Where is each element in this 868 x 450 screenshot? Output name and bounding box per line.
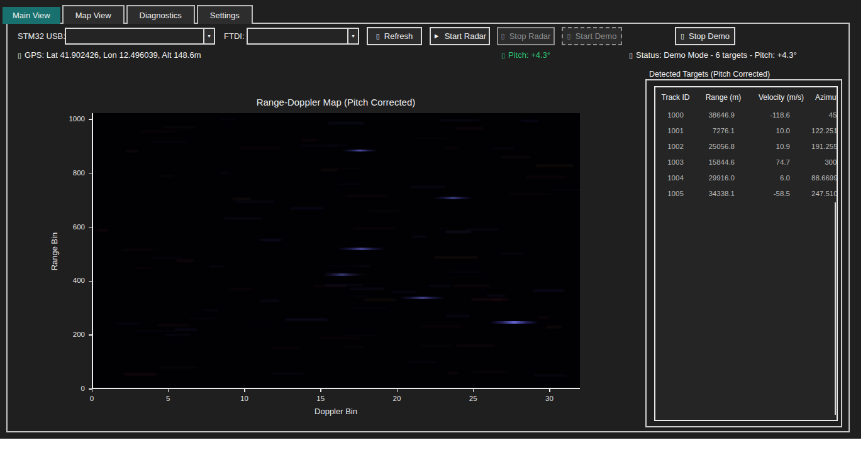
table-scrollbar-thumb[interactable] — [835, 202, 836, 415]
y-tick-label: 1000 — [60, 115, 85, 123]
tab-main-view[interactable]: Main View — [3, 7, 60, 24]
chevron-down-icon[interactable]: ▼ — [347, 29, 358, 43]
pitch-icon: ▯ — [501, 52, 505, 59]
cell-velocity: -118.6 — [751, 111, 811, 119]
cell-velocity: 6.0 — [751, 174, 811, 182]
noise-smudge — [351, 265, 372, 266]
noise-smudge — [348, 274, 366, 276]
chart-title: Range-Doppler Map (Pitch Corrected) — [92, 97, 580, 107]
col-range: Range (m) — [696, 93, 751, 102]
cell-track-id: 1003 — [655, 158, 696, 166]
noise-smudge — [122, 249, 153, 251]
noise-smudge — [150, 141, 188, 143]
tab-settings[interactable]: Settings — [197, 5, 253, 24]
noise-smudge — [157, 324, 190, 326]
noise-smudge — [140, 131, 176, 132]
x-tick — [92, 389, 93, 392]
chevron-down-icon[interactable]: ▼ — [203, 29, 214, 43]
table-body: 100038646.9-118.645°10017276.110.0122.25… — [655, 107, 837, 201]
pitch-indicator: ▯Pitch: +4.3° — [501, 50, 550, 60]
table-row[interactable]: 100315844.674.7300° — [655, 154, 837, 170]
noise-smudge — [367, 211, 401, 212]
x-tick — [549, 389, 550, 392]
y-tick-label: 200 — [60, 331, 85, 338]
noise-smudge — [290, 207, 324, 209]
cell-range: 34338.1 — [696, 190, 751, 197]
noise-smudge — [329, 145, 347, 146]
noise-smudge — [116, 322, 140, 324]
table-header: Track ID Range (m) Velocity (m/s) Azimut… — [655, 87, 837, 107]
cell-azimuth: 300° — [811, 158, 838, 166]
stm32-port-select[interactable]: ▼ — [65, 28, 215, 45]
table-row[interactable]: 10017276.110.0122.2510 — [655, 123, 837, 138]
y-tick-label: 600 — [60, 223, 85, 231]
noise-smudge — [535, 165, 574, 167]
noise-smudge — [445, 315, 470, 317]
noise-smudge — [453, 285, 490, 286]
noise-smudge — [314, 285, 347, 287]
x-tick-label: 20 — [387, 395, 406, 402]
noise-smudge — [189, 318, 217, 319]
noise-smudge — [447, 372, 459, 374]
noise-smudge — [320, 169, 338, 171]
noise-smudge — [471, 371, 506, 372]
noise-smudge — [285, 319, 328, 321]
cell-track-id: 1002 — [655, 143, 696, 150]
noise-smudge — [161, 175, 174, 177]
cell-track-id: 1004 — [655, 174, 696, 182]
gps-icon: ▯ — [18, 52, 21, 59]
y-axis-label: Range Bin — [50, 233, 59, 271]
stop-demo-button[interactable]: ▯Stop Demo — [675, 27, 735, 45]
targets-table: Track ID Range (m) Velocity (m/s) Azimut… — [654, 86, 838, 421]
x-tick — [320, 389, 321, 392]
noise-smudge — [345, 346, 364, 348]
cell-range: 38646.9 — [696, 111, 751, 119]
ftdi-port-select[interactable]: ▼ — [247, 28, 359, 45]
noise-smudge — [338, 184, 362, 185]
pitch-text: Pitch: +4.3° — [508, 50, 550, 60]
noise-smudge — [439, 119, 480, 121]
noise-smudge — [219, 118, 238, 120]
target-streak — [433, 197, 473, 199]
noise-smudge — [471, 299, 509, 300]
cell-velocity: 10.0 — [751, 127, 811, 134]
cell-track-id: 1000 — [655, 111, 696, 119]
x-tick-label: 30 — [540, 395, 559, 402]
start-radar-button[interactable]: ►Start Radar — [430, 27, 490, 45]
noise-smudge — [456, 128, 484, 129]
noise-smudge — [124, 373, 157, 375]
noise-smudge — [439, 228, 450, 229]
noise-smudge — [445, 231, 472, 233]
button-label: Start Radar — [445, 31, 486, 41]
noise-smudge — [350, 307, 389, 309]
tab-map-view[interactable]: Map View — [62, 5, 125, 24]
tab-diagnostics[interactable]: Diagnostics — [126, 5, 195, 24]
table-row[interactable]: 100038646.9-118.645° — [655, 107, 837, 123]
col-track-id: Track ID — [655, 93, 696, 102]
tab-bar: Main ViewMap ViewDiagnosticsSettings — [3, 3, 255, 24]
noise-smudge — [320, 338, 360, 339]
col-velocity: Velocity (m/s) — [751, 93, 811, 102]
x-tick-label: 0 — [82, 395, 101, 402]
noise-smudge — [325, 272, 343, 273]
button-label: Refresh — [384, 31, 413, 41]
noise-smudge — [158, 366, 198, 368]
noise-smudge — [353, 228, 395, 229]
table-row[interactable]: 100225056.810.9191.2552 — [655, 138, 837, 154]
cell-range: 25056.8 — [696, 143, 751, 150]
noise-smudge — [134, 267, 152, 269]
stop-radar-button: ▯Stop Radar — [497, 27, 555, 45]
cell-azimuth: 247.5104 — [811, 190, 838, 197]
cell-track-id: 1005 — [655, 190, 696, 197]
table-row[interactable]: 100534338.1-58.5247.5104 — [655, 185, 837, 201]
y-tick — [89, 281, 92, 282]
noise-smudge — [176, 260, 194, 261]
refresh-button[interactable]: ▯Refresh — [367, 27, 422, 45]
noise-smudge — [491, 299, 503, 300]
noise-smudge — [538, 316, 550, 318]
status-icon: ▯ — [629, 52, 633, 59]
button-label: Stop Radar — [509, 31, 551, 41]
table-row[interactable]: 100429916.06.088.66998 — [655, 170, 837, 185]
noise-smudge — [491, 148, 515, 150]
noise-smudge — [408, 361, 438, 363]
